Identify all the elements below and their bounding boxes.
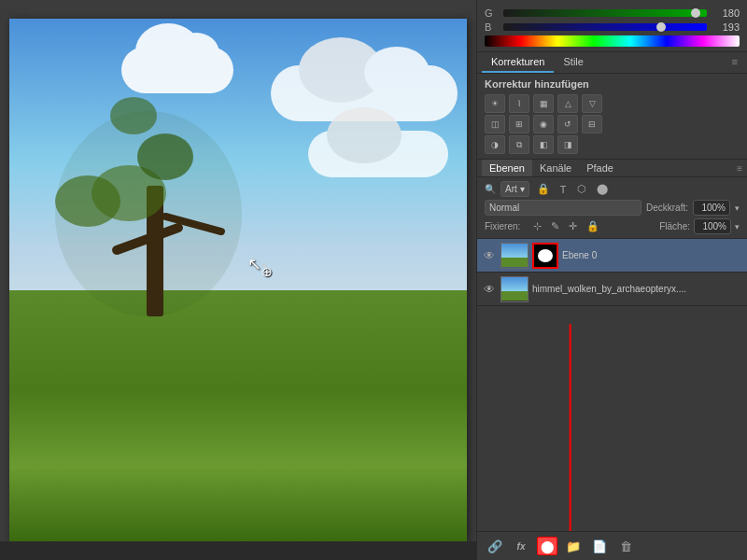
layer-1-name: himmel_wolken_by_archaeopteryx.... — [532, 284, 742, 294]
color-icon[interactable]: ⬤ — [594, 182, 611, 196]
panel-menu-icon[interactable]: ≡ — [727, 52, 742, 73]
ebenen-menu-icon[interactable]: ≡ — [737, 163, 742, 174]
curves-icon[interactable]: ⌇ — [509, 94, 529, 113]
invert-icon[interactable]: ◑ — [485, 135, 505, 154]
cursor: ↖ — [247, 254, 262, 269]
korrektur-icon-row-2: ◫ ⊞ ◉ ↺ ⊟ — [485, 115, 740, 133]
ground-background — [9, 290, 467, 541]
layer-0-thumb-ground — [501, 258, 528, 267]
cloud-3 — [308, 131, 448, 177]
canvas-image: ↖ ⊕ — [9, 19, 467, 541]
korrektur-icon-row-3: ◑ ⧉ ◧ ◨ — [485, 135, 740, 154]
main-layout: ↖ ⊕ G 180 B 193 — [0, 0, 747, 560]
tab-stile[interactable]: Stile — [554, 52, 592, 73]
tab-pfade[interactable]: Pfade — [579, 160, 621, 176]
fx-btn[interactable]: fx — [511, 537, 531, 555]
canvas-area[interactable]: ↖ ⊕ — [0, 0, 476, 560]
b-value: 193 — [712, 21, 740, 33]
deckkraft-chevron[interactable]: ▾ — [735, 203, 740, 213]
fixieren-position-icon[interactable]: ⊹ — [530, 219, 544, 233]
layer-0-thumb-sky — [501, 244, 528, 259]
lock-icon[interactable]: 🔒 — [534, 182, 553, 196]
art-select[interactable]: Art ▾ — [500, 181, 529, 197]
filter-row: 🔍 Art ▾ 🔒 T ⬡ ⬤ — [485, 181, 740, 197]
fixieren-lock-icon[interactable]: 🔒 — [584, 219, 602, 233]
flache-label: Fläche: — [659, 221, 690, 231]
fixieren-move-icon[interactable]: ✛ — [566, 219, 580, 233]
layer-1-thumb-inner — [501, 277, 528, 301]
threshold-icon[interactable]: ◧ — [533, 135, 554, 154]
posterize-icon[interactable]: ⧉ — [509, 135, 529, 154]
add-mask-btn[interactable]: ⬤ — [537, 537, 557, 555]
b-label: B — [485, 21, 499, 33]
layer-0-thumbnail — [500, 243, 529, 269]
layer-0-mask-blob — [538, 249, 553, 262]
korrektur-section: Korrektur hinzufügen ☀ ⌇ ▦ △ ▽ ◫ ⊞ ◉ ↺ ⊟ — [477, 74, 747, 160]
korrektur-title: Korrektur hinzufügen — [485, 78, 740, 90]
layer-item-1[interactable]: 👁 himmel_wolken_by_archaeopteryx.... — [477, 273, 747, 306]
g-value: 180 — [712, 7, 740, 19]
hue-icon[interactable]: ◫ — [485, 115, 505, 133]
deckkraft-input[interactable]: 100% — [693, 200, 730, 216]
layer-bottom-controls: 🔗 fx ⬤ 📁 📄 🗑 — [477, 531, 747, 560]
canvas-bottom-bar — [0, 541, 476, 560]
flache-chevron[interactable]: ▾ — [735, 222, 740, 231]
layer-1-visibility[interactable]: 👁 — [482, 282, 497, 297]
g-label: G — [485, 7, 499, 19]
layer-0-visibility[interactable]: 👁 — [482, 248, 497, 263]
leaf-cluster-4 — [110, 97, 157, 134]
art-select-label: Art — [505, 184, 517, 194]
g-slider-thumb[interactable] — [691, 8, 700, 18]
layer-1-thumb-sky — [501, 277, 528, 292]
link-layers-btn[interactable]: 🔗 — [485, 537, 505, 555]
vibrance-icon[interactable]: ▽ — [582, 94, 602, 113]
layer-1-thumbnail — [500, 276, 529, 302]
ebenen-tabs: Ebenen Kanäle Pfade ≡ — [477, 160, 747, 177]
colorbalance-icon[interactable]: ⊞ — [509, 115, 529, 133]
tab-ebenen[interactable]: Ebenen — [482, 160, 532, 176]
fixieren-label: Fixieren: — [485, 221, 527, 231]
exposure-icon[interactable]: △ — [557, 94, 578, 113]
tab-korrekturen[interactable]: Korrekturen — [482, 52, 554, 73]
b-slider-track[interactable] — [503, 23, 707, 31]
levels-icon[interactable]: ▦ — [533, 94, 554, 113]
new-layer-btn[interactable]: 📄 — [589, 537, 610, 555]
layer-0-mask-thumbnail — [532, 243, 558, 269]
selective-color-icon[interactable]: ◨ — [557, 135, 578, 154]
delete-layer-btn[interactable]: 🗑 — [615, 537, 636, 555]
korrektur-icon-row-1: ☀ ⌇ ▦ △ ▽ — [485, 94, 740, 113]
type-icon[interactable]: T — [557, 183, 570, 196]
new-group-btn[interactable]: 📁 — [563, 537, 584, 555]
fixieren-brush-icon[interactable]: ✎ — [548, 219, 562, 233]
ebenen-controls: 🔍 Art ▾ 🔒 T ⬡ ⬤ Normal Deckkraft: 100% ▾… — [477, 177, 747, 239]
brightness-icon[interactable]: ☀ — [485, 94, 505, 113]
layer-1-thumb-ground — [501, 291, 528, 301]
fixieren-row: Fixieren: ⊹ ✎ ✛ 🔒 Fläche: 100% ▾ — [485, 218, 740, 234]
tab-kanaele[interactable]: Kanäle — [532, 160, 579, 176]
cloud-1 — [121, 47, 233, 93]
art-select-chevron: ▾ — [520, 184, 525, 194]
b-slider-thumb[interactable] — [656, 22, 666, 32]
blend-row: Normal Deckkraft: 100% ▾ — [485, 200, 740, 216]
leaf-cluster-2 — [137, 133, 193, 180]
color-section: G 180 B 193 — [477, 0, 747, 52]
layers-list: 👁 Ebene 0 👁 — [477, 239, 747, 531]
deckkraft-label: Deckkraft: — [646, 203, 688, 213]
b-slider-row: B 193 — [485, 21, 740, 33]
layer-item-0[interactable]: 👁 Ebene 0 — [477, 239, 747, 273]
path-icon[interactable]: ⬡ — [574, 182, 589, 196]
leaf-cluster-3 — [55, 175, 120, 227]
color-gradient-bar — [485, 35, 740, 47]
image-placeholder: ↖ ⊕ — [9, 19, 467, 541]
g-slider-track[interactable] — [503, 9, 707, 17]
right-panel: G 180 B 193 Korrekturen Stile ≡ Ko — [476, 0, 747, 560]
blend-mode-select[interactable]: Normal — [485, 200, 641, 216]
filter-icon: 🔍 — [485, 184, 496, 194]
flache-input[interactable]: 100% — [694, 218, 731, 234]
layer-0-thumb-inner — [501, 244, 528, 268]
gradient-map-icon[interactable]: ⊟ — [582, 115, 602, 133]
g-slider-row: G 180 — [485, 7, 740, 19]
channel-mixer-icon[interactable]: ↺ — [557, 115, 578, 133]
korrektur-icon-grid: ☀ ⌇ ▦ △ ▽ ◫ ⊞ ◉ ↺ ⊟ ◑ ⧉ ◧ ◨ — [485, 94, 740, 154]
photo-filter-icon[interactable]: ◉ — [533, 115, 554, 133]
